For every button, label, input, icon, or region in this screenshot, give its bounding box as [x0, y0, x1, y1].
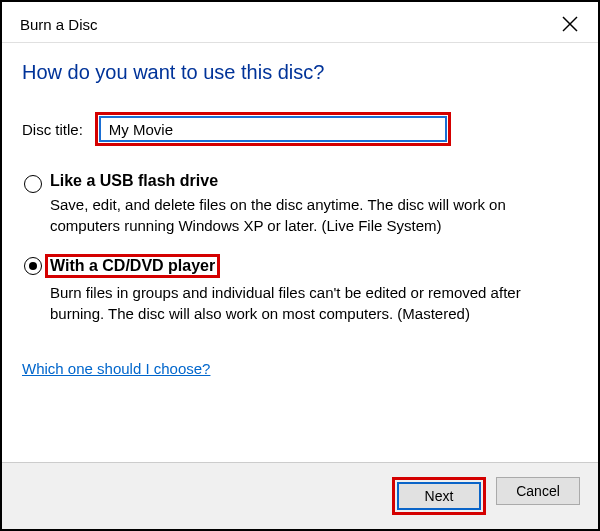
option-cd-dvd-player[interactable]: With a CD/DVD player Burn files in group…: [22, 254, 578, 324]
window-title: Burn a Disc: [20, 16, 98, 33]
titlebar: Burn a Disc: [2, 2, 598, 43]
option-description: Burn files in groups and individual file…: [50, 282, 578, 324]
option-text: With a CD/DVD player Burn files in group…: [50, 254, 578, 324]
disc-title-label: Disc title:: [22, 121, 83, 138]
disc-title-row: Disc title:: [22, 112, 578, 146]
help-link[interactable]: Which one should I choose?: [22, 360, 578, 377]
option-description: Save, edit, and delete files on the disc…: [50, 194, 578, 236]
main-heading: How do you want to use this disc?: [22, 61, 578, 84]
next-button[interactable]: Next: [397, 482, 481, 510]
dialog-content: How do you want to use this disc? Disc t…: [2, 43, 598, 462]
radio-icon[interactable]: [24, 257, 42, 275]
radio-icon[interactable]: [24, 175, 42, 193]
option-usb-flash-drive[interactable]: Like a USB flash drive Save, edit, and d…: [22, 172, 578, 236]
cancel-button[interactable]: Cancel: [496, 477, 580, 505]
disc-title-input[interactable]: [99, 116, 447, 142]
disc-title-highlight: [95, 112, 451, 146]
close-icon: [562, 16, 578, 32]
option-text: Like a USB flash drive Save, edit, and d…: [50, 172, 578, 236]
option-title: With a CD/DVD player: [45, 254, 220, 278]
button-bar: Next Cancel: [2, 462, 598, 529]
option-title: Like a USB flash drive: [50, 172, 578, 190]
close-button[interactable]: [556, 10, 584, 38]
next-button-highlight: Next: [392, 477, 486, 515]
